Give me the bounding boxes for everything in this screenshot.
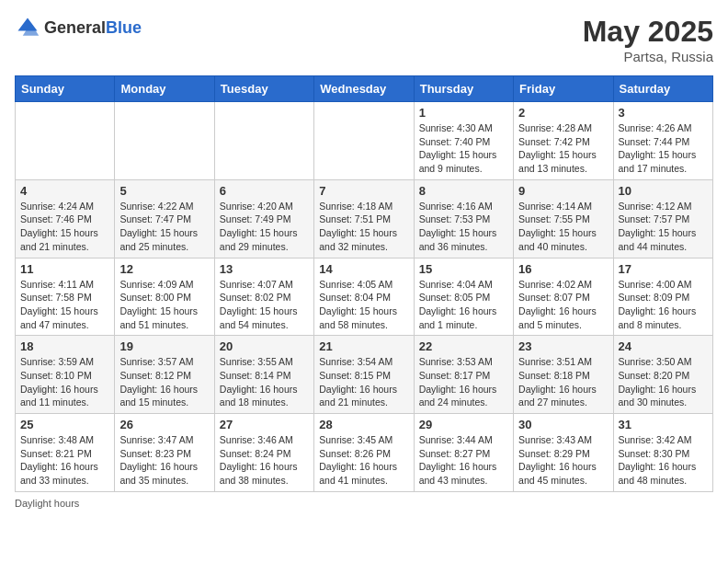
day-number: 13	[220, 262, 309, 276]
calendar-cell: 12Sunrise: 4:09 AM Sunset: 8:00 PM Dayli…	[115, 258, 214, 336]
calendar-cell: 5Sunrise: 4:22 AM Sunset: 7:47 PM Daylig…	[115, 179, 214, 258]
month-year: May 2025	[583, 15, 713, 49]
footer-note: Daylight hours	[15, 498, 713, 509]
logo-blue: Blue	[106, 18, 142, 37]
day-info: Sunrise: 4:14 AM Sunset: 7:55 PM Dayligh…	[518, 200, 608, 254]
day-info: Sunrise: 4:05 AM Sunset: 8:04 PM Dayligh…	[319, 278, 408, 332]
day-number: 25	[20, 418, 109, 431]
day-info: Sunrise: 4:11 AM Sunset: 7:58 PM Dayligh…	[20, 278, 109, 332]
day-header-wednesday: Wednesday	[314, 76, 414, 102]
week-row-2: 4Sunrise: 4:24 AM Sunset: 7:46 PM Daylig…	[16, 179, 713, 258]
calendar-cell: 4Sunrise: 4:24 AM Sunset: 7:46 PM Daylig…	[16, 179, 115, 258]
day-number: 3	[619, 106, 708, 120]
calendar-cell: 17Sunrise: 4:00 AM Sunset: 8:09 PM Dayli…	[613, 258, 712, 336]
week-row-3: 11Sunrise: 4:11 AM Sunset: 7:58 PM Dayli…	[16, 258, 713, 336]
day-number: 9	[518, 184, 608, 198]
calendar-cell: 10Sunrise: 4:12 AM Sunset: 7:57 PM Dayli…	[613, 179, 712, 258]
day-info: Sunrise: 3:54 AM Sunset: 8:15 PM Dayligh…	[319, 355, 408, 409]
day-header-tuesday: Tuesday	[214, 76, 313, 102]
day-header-friday: Friday	[514, 76, 613, 102]
day-info: Sunrise: 4:12 AM Sunset: 7:57 PM Dayligh…	[619, 200, 708, 254]
week-row-5: 25Sunrise: 3:48 AM Sunset: 8:21 PM Dayli…	[16, 414, 713, 492]
calendar-cell: 30Sunrise: 3:43 AM Sunset: 8:29 PM Dayli…	[514, 414, 613, 492]
calendar-cell: 8Sunrise: 4:16 AM Sunset: 7:53 PM Daylig…	[414, 179, 513, 258]
day-number: 20	[220, 339, 309, 353]
page-header: GeneralBlue May 2025 Partsa, Russia	[15, 15, 713, 64]
day-info: Sunrise: 3:48 AM Sunset: 8:21 PM Dayligh…	[20, 433, 109, 488]
calendar-cell: 29Sunrise: 3:44 AM Sunset: 8:27 PM Dayli…	[414, 414, 513, 492]
day-info: Sunrise: 4:04 AM Sunset: 8:05 PM Dayligh…	[419, 278, 508, 332]
day-number: 6	[220, 184, 309, 198]
calendar-cell: 20Sunrise: 3:55 AM Sunset: 8:14 PM Dayli…	[214, 336, 313, 414]
calendar-cell: 23Sunrise: 3:51 AM Sunset: 8:18 PM Dayli…	[514, 336, 613, 414]
day-number: 5	[119, 184, 209, 198]
day-header-thursday: Thursday	[414, 76, 513, 102]
day-info: Sunrise: 3:50 AM Sunset: 8:20 PM Dayligh…	[619, 355, 708, 409]
logo: GeneralBlue	[15, 15, 142, 40]
calendar-cell: 9Sunrise: 4:14 AM Sunset: 7:55 PM Daylig…	[514, 179, 613, 258]
calendar-cell: 6Sunrise: 4:20 AM Sunset: 7:49 PM Daylig…	[214, 179, 313, 258]
day-info: Sunrise: 4:16 AM Sunset: 7:53 PM Dayligh…	[419, 200, 508, 254]
calendar-cell: 19Sunrise: 3:57 AM Sunset: 8:12 PM Dayli…	[115, 336, 214, 414]
day-number: 8	[419, 184, 508, 198]
day-number: 22	[419, 339, 508, 353]
day-info: Sunrise: 3:47 AM Sunset: 8:23 PM Dayligh…	[119, 433, 209, 488]
day-info: Sunrise: 4:09 AM Sunset: 8:00 PM Dayligh…	[119, 278, 209, 332]
location: Partsa, Russia	[583, 49, 713, 64]
calendar-cell: 15Sunrise: 4:04 AM Sunset: 8:05 PM Dayli…	[414, 258, 513, 336]
day-number: 28	[319, 418, 408, 431]
calendar-cell: 11Sunrise: 4:11 AM Sunset: 7:58 PM Dayli…	[16, 258, 115, 336]
logo-icon	[15, 15, 40, 40]
day-info: Sunrise: 3:46 AM Sunset: 8:24 PM Dayligh…	[220, 433, 309, 488]
calendar-cell: 27Sunrise: 3:46 AM Sunset: 8:24 PM Dayli…	[214, 414, 313, 492]
day-number: 30	[518, 418, 608, 431]
day-info: Sunrise: 3:53 AM Sunset: 8:17 PM Dayligh…	[419, 355, 508, 409]
calendar-cell	[115, 102, 214, 180]
week-row-1: 1Sunrise: 4:30 AM Sunset: 7:40 PM Daylig…	[16, 102, 713, 180]
calendar-cell: 26Sunrise: 3:47 AM Sunset: 8:23 PM Dayli…	[115, 414, 214, 492]
day-header-monday: Monday	[115, 76, 214, 102]
day-header-row: SundayMondayTuesdayWednesdayThursdayFrid…	[16, 76, 713, 102]
calendar-cell: 21Sunrise: 3:54 AM Sunset: 8:15 PM Dayli…	[314, 336, 414, 414]
calendar-cell	[214, 102, 313, 180]
day-number: 29	[419, 418, 508, 431]
day-number: 31	[619, 418, 708, 431]
day-number: 12	[119, 262, 209, 276]
calendar-cell: 3Sunrise: 4:26 AM Sunset: 7:44 PM Daylig…	[613, 102, 712, 180]
calendar-cell: 22Sunrise: 3:53 AM Sunset: 8:17 PM Dayli…	[414, 336, 513, 414]
week-row-4: 18Sunrise: 3:59 AM Sunset: 8:10 PM Dayli…	[16, 336, 713, 414]
calendar-cell: 1Sunrise: 4:30 AM Sunset: 7:40 PM Daylig…	[414, 102, 513, 180]
day-info: Sunrise: 4:07 AM Sunset: 8:02 PM Dayligh…	[220, 278, 309, 332]
day-number: 17	[619, 262, 708, 276]
calendar-cell: 24Sunrise: 3:50 AM Sunset: 8:20 PM Dayli…	[613, 336, 712, 414]
calendar-cell: 13Sunrise: 4:07 AM Sunset: 8:02 PM Dayli…	[214, 258, 313, 336]
day-number: 19	[119, 339, 209, 353]
calendar-cell: 31Sunrise: 3:42 AM Sunset: 8:30 PM Dayli…	[613, 414, 712, 492]
day-number: 23	[518, 339, 608, 353]
day-number: 14	[319, 262, 408, 276]
day-info: Sunrise: 4:20 AM Sunset: 7:49 PM Dayligh…	[220, 200, 309, 254]
day-number: 11	[20, 262, 109, 276]
day-number: 18	[20, 339, 109, 353]
day-number: 7	[319, 184, 408, 198]
day-info: Sunrise: 3:57 AM Sunset: 8:12 PM Dayligh…	[119, 355, 209, 409]
calendar-cell: 18Sunrise: 3:59 AM Sunset: 8:10 PM Dayli…	[16, 336, 115, 414]
day-info: Sunrise: 4:24 AM Sunset: 7:46 PM Dayligh…	[20, 200, 109, 254]
day-info: Sunrise: 3:45 AM Sunset: 8:26 PM Dayligh…	[319, 433, 408, 488]
day-number: 15	[419, 262, 508, 276]
day-header-saturday: Saturday	[613, 76, 712, 102]
day-info: Sunrise: 4:22 AM Sunset: 7:47 PM Dayligh…	[119, 200, 209, 254]
day-info: Sunrise: 3:59 AM Sunset: 8:10 PM Dayligh…	[20, 355, 109, 409]
calendar-cell	[16, 102, 115, 180]
calendar-cell: 16Sunrise: 4:02 AM Sunset: 8:07 PM Dayli…	[514, 258, 613, 336]
day-number: 24	[619, 339, 708, 353]
day-info: Sunrise: 3:42 AM Sunset: 8:30 PM Dayligh…	[619, 433, 708, 488]
calendar-cell: 28Sunrise: 3:45 AM Sunset: 8:26 PM Dayli…	[314, 414, 414, 492]
calendar-cell: 7Sunrise: 4:18 AM Sunset: 7:51 PM Daylig…	[314, 179, 414, 258]
calendar-cell	[314, 102, 414, 180]
day-number: 21	[319, 339, 408, 353]
logo-general: General	[44, 18, 106, 37]
day-number: 16	[518, 262, 608, 276]
day-info: Sunrise: 4:26 AM Sunset: 7:44 PM Dayligh…	[619, 121, 708, 176]
calendar-cell: 25Sunrise: 3:48 AM Sunset: 8:21 PM Dayli…	[16, 414, 115, 492]
